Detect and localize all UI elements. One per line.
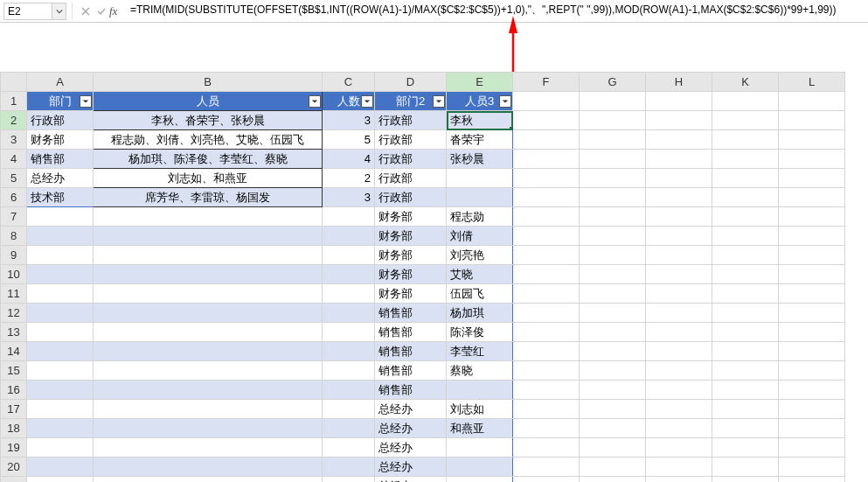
row-header-7[interactable]: 7 [1, 207, 27, 227]
cell-F3[interactable] [513, 130, 580, 150]
cell-K18[interactable] [712, 419, 779, 438]
cell-B2[interactable]: 李秋、沓荣宇、张秒晨 [94, 111, 323, 130]
cell-H4[interactable] [646, 150, 712, 169]
cell-G2[interactable] [580, 111, 646, 130]
cell-L20[interactable] [779, 458, 845, 477]
cell-D17[interactable]: 总经办 [375, 400, 447, 419]
cell-G4[interactable] [580, 150, 646, 169]
cell-E5[interactable] [447, 169, 513, 188]
filter-dropdown-icon[interactable] [361, 95, 373, 108]
row-header-12[interactable]: 12 [1, 304, 27, 323]
cell-A19[interactable] [27, 438, 94, 458]
cell-C20[interactable] [323, 458, 375, 477]
cell-D9[interactable]: 财务部 [375, 246, 447, 265]
cell-F11[interactable] [513, 284, 580, 304]
row-header-16[interactable]: 16 [1, 381, 27, 400]
cell-C14[interactable] [323, 342, 375, 361]
cell-H20[interactable] [646, 458, 712, 477]
cell-A9[interactable] [27, 246, 94, 265]
cell-B10[interactable] [94, 265, 323, 284]
cell-F2[interactable] [513, 111, 580, 130]
cell-E2[interactable]: 李秋 [447, 111, 513, 130]
cell-K19[interactable] [712, 438, 779, 458]
cell-D16[interactable]: 销售部 [375, 381, 447, 400]
cell-F18[interactable] [513, 419, 580, 438]
row-header-4[interactable]: 4 [1, 150, 27, 169]
cell-F15[interactable] [513, 361, 580, 381]
cell-B17[interactable] [94, 400, 323, 419]
cell-K9[interactable] [712, 246, 779, 265]
cell-G9[interactable] [580, 246, 646, 265]
cell-H8[interactable] [646, 227, 712, 246]
row-header-19[interactable]: 19 [1, 438, 27, 458]
row-header-15[interactable]: 15 [1, 361, 27, 381]
cell-D20[interactable]: 总经办 [375, 458, 447, 477]
cell-E4[interactable]: 张秒晨 [447, 150, 513, 169]
cell-L21[interactable] [779, 477, 845, 483]
row-header-8[interactable]: 8 [1, 227, 27, 246]
cell-G19[interactable] [580, 438, 646, 458]
cell-E1[interactable]: 人员3 [447, 92, 513, 111]
cell-G12[interactable] [580, 304, 646, 323]
cell-C13[interactable] [323, 323, 375, 342]
cell-A18[interactable] [27, 419, 94, 438]
cell-K8[interactable] [712, 227, 779, 246]
cell-A17[interactable] [27, 400, 94, 419]
cell-C18[interactable] [323, 419, 375, 438]
cell-F9[interactable] [513, 246, 580, 265]
cell-F4[interactable] [513, 150, 580, 169]
cell-C21[interactable] [323, 477, 375, 483]
filter-dropdown-icon[interactable] [80, 95, 92, 108]
cell-H9[interactable] [646, 246, 712, 265]
cell-K12[interactable] [712, 304, 779, 323]
cell-B12[interactable] [94, 304, 323, 323]
cell-K14[interactable] [712, 342, 779, 361]
cell-E10[interactable]: 艾晓 [447, 265, 513, 284]
cell-F8[interactable] [513, 227, 580, 246]
cell-A3[interactable]: 财务部 [27, 130, 94, 150]
cell-F21[interactable] [513, 477, 580, 483]
cell-F19[interactable] [513, 438, 580, 458]
row-header-6[interactable]: 6 [1, 188, 27, 207]
row-header-14[interactable]: 14 [1, 342, 27, 361]
filter-dropdown-icon[interactable] [499, 95, 511, 108]
cell-G20[interactable] [580, 458, 646, 477]
cell-B9[interactable] [94, 246, 323, 265]
cell-H15[interactable] [646, 361, 712, 381]
cell-A2[interactable]: 行政部 [27, 111, 94, 130]
cell-D6[interactable]: 行政部 [375, 188, 447, 207]
row-header-5[interactable]: 5 [1, 169, 27, 188]
cell-L1[interactable] [779, 92, 845, 111]
cell-B21[interactable] [94, 477, 323, 483]
cell-G17[interactable] [580, 400, 646, 419]
fx-button[interactable]: fx [109, 4, 127, 18]
cell-K3[interactable] [712, 130, 779, 150]
cell-C3[interactable]: 5 [323, 130, 375, 150]
cell-E7[interactable]: 程志勋 [447, 207, 513, 227]
cell-F12[interactable] [513, 304, 580, 323]
name-box-dropdown[interactable] [52, 3, 66, 20]
cell-C9[interactable] [323, 246, 375, 265]
cell-C5[interactable]: 2 [323, 169, 375, 188]
cell-L17[interactable] [779, 400, 845, 419]
cell-A6[interactable]: 技术部 [27, 188, 94, 207]
cell-H13[interactable] [646, 323, 712, 342]
cell-F5[interactable] [513, 169, 580, 188]
cell-C11[interactable] [323, 284, 375, 304]
cell-H6[interactable] [646, 188, 712, 207]
cell-B14[interactable] [94, 342, 323, 361]
name-box[interactable]: E2 [3, 3, 52, 20]
cell-F13[interactable] [513, 323, 580, 342]
cell-C4[interactable]: 4 [323, 150, 375, 169]
cell-L18[interactable] [779, 419, 845, 438]
cell-G13[interactable] [580, 323, 646, 342]
cell-K13[interactable] [712, 323, 779, 342]
cell-L5[interactable] [779, 169, 845, 188]
row-header-9[interactable]: 9 [1, 246, 27, 265]
col-header-D[interactable]: D [375, 73, 447, 92]
cell-H2[interactable] [646, 111, 712, 130]
row-header-20[interactable]: 20 [1, 458, 27, 477]
cell-H10[interactable] [646, 265, 712, 284]
cell-D2[interactable]: 行政部 [375, 111, 447, 130]
cell-L13[interactable] [779, 323, 845, 342]
